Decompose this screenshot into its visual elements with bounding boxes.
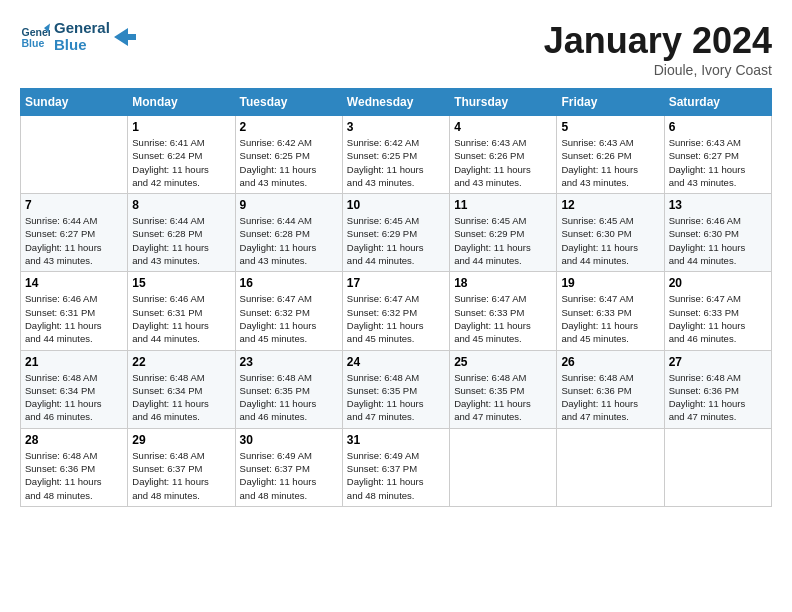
day-info: Sunrise: 6:43 AM Sunset: 6:26 PM Dayligh…	[454, 136, 552, 189]
day-number: 5	[561, 120, 659, 134]
calendar-cell: 21Sunrise: 6:48 AM Sunset: 6:34 PM Dayli…	[21, 350, 128, 428]
calendar-cell: 13Sunrise: 6:46 AM Sunset: 6:30 PM Dayli…	[664, 194, 771, 272]
title-block: January 2024 Dioule, Ivory Coast	[544, 20, 772, 78]
calendar-cell	[450, 428, 557, 506]
calendar-day-header: Monday	[128, 89, 235, 116]
calendar-day-header: Thursday	[450, 89, 557, 116]
day-info: Sunrise: 6:45 AM Sunset: 6:29 PM Dayligh…	[347, 214, 445, 267]
day-number: 14	[25, 276, 123, 290]
day-number: 31	[347, 433, 445, 447]
calendar-week-row: 21Sunrise: 6:48 AM Sunset: 6:34 PM Dayli…	[21, 350, 772, 428]
logo-text-line1: General	[54, 20, 110, 37]
calendar-day-header: Sunday	[21, 89, 128, 116]
day-number: 8	[132, 198, 230, 212]
day-number: 2	[240, 120, 338, 134]
calendar-cell	[557, 428, 664, 506]
calendar-day-header: Friday	[557, 89, 664, 116]
day-info: Sunrise: 6:42 AM Sunset: 6:25 PM Dayligh…	[240, 136, 338, 189]
day-info: Sunrise: 6:48 AM Sunset: 6:35 PM Dayligh…	[454, 371, 552, 424]
day-info: Sunrise: 6:42 AM Sunset: 6:25 PM Dayligh…	[347, 136, 445, 189]
day-info: Sunrise: 6:46 AM Sunset: 6:30 PM Dayligh…	[669, 214, 767, 267]
calendar-cell: 12Sunrise: 6:45 AM Sunset: 6:30 PM Dayli…	[557, 194, 664, 272]
calendar-cell	[664, 428, 771, 506]
calendar-cell: 30Sunrise: 6:49 AM Sunset: 6:37 PM Dayli…	[235, 428, 342, 506]
day-number: 26	[561, 355, 659, 369]
day-number: 10	[347, 198, 445, 212]
month-title: January 2024	[544, 20, 772, 62]
calendar-table: SundayMondayTuesdayWednesdayThursdayFrid…	[20, 88, 772, 507]
calendar-cell: 23Sunrise: 6:48 AM Sunset: 6:35 PM Dayli…	[235, 350, 342, 428]
day-info: Sunrise: 6:48 AM Sunset: 6:36 PM Dayligh…	[25, 449, 123, 502]
page-header: General Blue General Blue January 2024 D…	[20, 20, 772, 78]
day-number: 23	[240, 355, 338, 369]
logo: General Blue General Blue	[20, 20, 136, 53]
calendar-cell: 14Sunrise: 6:46 AM Sunset: 6:31 PM Dayli…	[21, 272, 128, 350]
calendar-cell: 4Sunrise: 6:43 AM Sunset: 6:26 PM Daylig…	[450, 116, 557, 194]
calendar-cell: 26Sunrise: 6:48 AM Sunset: 6:36 PM Dayli…	[557, 350, 664, 428]
day-info: Sunrise: 6:47 AM Sunset: 6:33 PM Dayligh…	[454, 292, 552, 345]
calendar-cell: 5Sunrise: 6:43 AM Sunset: 6:26 PM Daylig…	[557, 116, 664, 194]
day-info: Sunrise: 6:43 AM Sunset: 6:26 PM Dayligh…	[561, 136, 659, 189]
day-number: 25	[454, 355, 552, 369]
calendar-week-row: 14Sunrise: 6:46 AM Sunset: 6:31 PM Dayli…	[21, 272, 772, 350]
calendar-cell: 25Sunrise: 6:48 AM Sunset: 6:35 PM Dayli…	[450, 350, 557, 428]
svg-text:Blue: Blue	[22, 36, 45, 48]
day-info: Sunrise: 6:48 AM Sunset: 6:34 PM Dayligh…	[132, 371, 230, 424]
day-info: Sunrise: 6:43 AM Sunset: 6:27 PM Dayligh…	[669, 136, 767, 189]
day-number: 16	[240, 276, 338, 290]
day-number: 13	[669, 198, 767, 212]
day-info: Sunrise: 6:49 AM Sunset: 6:37 PM Dayligh…	[240, 449, 338, 502]
day-number: 1	[132, 120, 230, 134]
day-number: 24	[347, 355, 445, 369]
day-number: 12	[561, 198, 659, 212]
calendar-week-row: 7Sunrise: 6:44 AM Sunset: 6:27 PM Daylig…	[21, 194, 772, 272]
day-info: Sunrise: 6:48 AM Sunset: 6:35 PM Dayligh…	[347, 371, 445, 424]
day-number: 27	[669, 355, 767, 369]
day-info: Sunrise: 6:45 AM Sunset: 6:29 PM Dayligh…	[454, 214, 552, 267]
day-number: 28	[25, 433, 123, 447]
calendar-cell: 10Sunrise: 6:45 AM Sunset: 6:29 PM Dayli…	[342, 194, 449, 272]
day-info: Sunrise: 6:44 AM Sunset: 6:28 PM Dayligh…	[132, 214, 230, 267]
calendar-cell: 11Sunrise: 6:45 AM Sunset: 6:29 PM Dayli…	[450, 194, 557, 272]
calendar-cell	[21, 116, 128, 194]
day-number: 4	[454, 120, 552, 134]
calendar-cell: 17Sunrise: 6:47 AM Sunset: 6:32 PM Dayli…	[342, 272, 449, 350]
calendar-cell: 19Sunrise: 6:47 AM Sunset: 6:33 PM Dayli…	[557, 272, 664, 350]
day-number: 30	[240, 433, 338, 447]
calendar-cell: 15Sunrise: 6:46 AM Sunset: 6:31 PM Dayli…	[128, 272, 235, 350]
day-info: Sunrise: 6:48 AM Sunset: 6:36 PM Dayligh…	[669, 371, 767, 424]
day-info: Sunrise: 6:47 AM Sunset: 6:33 PM Dayligh…	[561, 292, 659, 345]
day-info: Sunrise: 6:44 AM Sunset: 6:28 PM Dayligh…	[240, 214, 338, 267]
calendar-day-header: Wednesday	[342, 89, 449, 116]
logo-text-line2: Blue	[54, 37, 110, 54]
calendar-cell: 2Sunrise: 6:42 AM Sunset: 6:25 PM Daylig…	[235, 116, 342, 194]
calendar-cell: 29Sunrise: 6:48 AM Sunset: 6:37 PM Dayli…	[128, 428, 235, 506]
calendar-cell: 7Sunrise: 6:44 AM Sunset: 6:27 PM Daylig…	[21, 194, 128, 272]
day-number: 29	[132, 433, 230, 447]
day-info: Sunrise: 6:46 AM Sunset: 6:31 PM Dayligh…	[132, 292, 230, 345]
day-number: 6	[669, 120, 767, 134]
day-number: 11	[454, 198, 552, 212]
day-info: Sunrise: 6:47 AM Sunset: 6:32 PM Dayligh…	[240, 292, 338, 345]
day-info: Sunrise: 6:48 AM Sunset: 6:35 PM Dayligh…	[240, 371, 338, 424]
day-number: 3	[347, 120, 445, 134]
calendar-cell: 20Sunrise: 6:47 AM Sunset: 6:33 PM Dayli…	[664, 272, 771, 350]
logo-icon: General Blue	[20, 22, 50, 52]
day-number: 22	[132, 355, 230, 369]
day-info: Sunrise: 6:45 AM Sunset: 6:30 PM Dayligh…	[561, 214, 659, 267]
calendar-cell: 22Sunrise: 6:48 AM Sunset: 6:34 PM Dayli…	[128, 350, 235, 428]
calendar-header-row: SundayMondayTuesdayWednesdayThursdayFrid…	[21, 89, 772, 116]
calendar-day-header: Tuesday	[235, 89, 342, 116]
day-number: 19	[561, 276, 659, 290]
logo-arrow-icon	[114, 28, 136, 46]
svg-marker-3	[114, 28, 136, 46]
day-number: 9	[240, 198, 338, 212]
day-number: 18	[454, 276, 552, 290]
day-info: Sunrise: 6:48 AM Sunset: 6:34 PM Dayligh…	[25, 371, 123, 424]
day-info: Sunrise: 6:47 AM Sunset: 6:33 PM Dayligh…	[669, 292, 767, 345]
day-info: Sunrise: 6:48 AM Sunset: 6:36 PM Dayligh…	[561, 371, 659, 424]
day-info: Sunrise: 6:49 AM Sunset: 6:37 PM Dayligh…	[347, 449, 445, 502]
day-info: Sunrise: 6:44 AM Sunset: 6:27 PM Dayligh…	[25, 214, 123, 267]
calendar-cell: 31Sunrise: 6:49 AM Sunset: 6:37 PM Dayli…	[342, 428, 449, 506]
calendar-cell: 16Sunrise: 6:47 AM Sunset: 6:32 PM Dayli…	[235, 272, 342, 350]
